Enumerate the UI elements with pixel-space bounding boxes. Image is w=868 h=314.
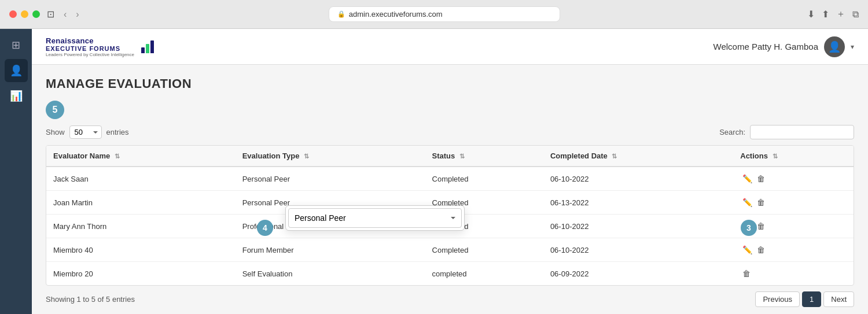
users-icon: 👤 bbox=[10, 64, 23, 77]
cell-evaluation-type: Personal Peer bbox=[236, 167, 425, 191]
sort-icon-actions[interactable]: ⇅ bbox=[773, 153, 778, 160]
cell-completed-date: 06-09-2022 bbox=[543, 262, 733, 286]
cell-actions: ✏️🗑 bbox=[733, 191, 854, 215]
share-button[interactable]: ⬆ bbox=[822, 9, 829, 20]
table-row: Miembro 40Forum MemberCompleted06-10-202… bbox=[46, 238, 854, 262]
page-title: MANAGE EVALUATION bbox=[46, 76, 854, 91]
welcome-text: Welcome Patty H. Gamboa bbox=[713, 42, 818, 51]
address-bar: 🔒 admin.executiveforums.com bbox=[89, 6, 800, 22]
dashboard-icon: ⊞ bbox=[12, 39, 20, 51]
browser-actions: ⬇ ⬆ ＋ ⧉ bbox=[807, 8, 859, 20]
col-status: Status ⇅ bbox=[425, 146, 543, 167]
sort-icon-date[interactable]: ⇅ bbox=[612, 153, 617, 160]
edit-button[interactable]: ✏️ bbox=[740, 173, 755, 184]
pagination-summary: Showing 1 to 5 of 5 entries bbox=[46, 295, 135, 304]
main-area: Renaissance EXECUTIVE FORUMS Leaders Pow… bbox=[32, 29, 868, 314]
pagination-area: Showing 1 to 5 of 5 entries Previous 1 N… bbox=[46, 291, 854, 307]
reports-icon: 📊 bbox=[10, 90, 23, 102]
pagination-buttons: Previous 1 Next bbox=[755, 291, 854, 307]
col-actions: Actions ⇅ bbox=[733, 146, 854, 167]
delete-button[interactable]: 🗑 bbox=[755, 244, 767, 256]
cell-completed-date: 06-13-2022 bbox=[543, 191, 733, 215]
sort-icon-evaluator[interactable]: ⇅ bbox=[115, 153, 120, 160]
table-wrapper: Evaluator Name ⇅ Evaluation Type ⇅ Statu… bbox=[46, 145, 854, 286]
cell-evaluator-name: Mary Ann Thorn bbox=[46, 215, 236, 238]
cell-actions: ✏️🗑 bbox=[733, 238, 854, 262]
lock-icon: 🔒 bbox=[337, 10, 345, 18]
url-text: admin.executiveforums.com bbox=[349, 10, 443, 19]
search-area: Search: bbox=[719, 125, 854, 139]
close-button[interactable] bbox=[9, 10, 17, 18]
col-evaluation-type: Evaluation Type ⇅ bbox=[236, 146, 425, 167]
evaluation-type-dropdown[interactable]: Personal Peer Professional Peer Forum Me… bbox=[288, 208, 462, 228]
logo-text: Renaissance EXECUTIVE FORUMS Leaders Pow… bbox=[46, 36, 134, 57]
edit-button[interactable]: ✏️ bbox=[740, 244, 755, 256]
step-badge-3: 3 bbox=[741, 220, 757, 236]
welcome-area: Welcome Patty H. Gamboa 👤 ▾ bbox=[713, 36, 854, 57]
cell-evaluator-name: Jack Saan bbox=[46, 167, 236, 191]
cell-status: Completed bbox=[425, 167, 543, 191]
cell-actions: 🗑 bbox=[733, 262, 854, 286]
page-1-button[interactable]: 1 bbox=[802, 291, 821, 307]
sidebar-item-users[interactable]: 👤 bbox=[5, 59, 28, 82]
cell-actions: ✏️🗑 bbox=[733, 167, 854, 191]
delete-button[interactable]: 🗑 bbox=[740, 268, 753, 279]
cell-completed-date: 06-10-2022 bbox=[543, 167, 733, 191]
cell-evaluator-name: Miembro 20 bbox=[46, 262, 236, 286]
maximize-button[interactable] bbox=[32, 10, 40, 18]
sidebar: ⊞ 👤 📊 bbox=[0, 29, 32, 314]
sidebar-item-dashboard[interactable]: ⊞ bbox=[5, 34, 28, 57]
table-controls: Show 50 25 10 100 entries Search: bbox=[46, 125, 854, 139]
search-label: Search: bbox=[719, 128, 745, 136]
delete-button[interactable]: 🗑 bbox=[755, 173, 767, 184]
chevron-down-icon[interactable]: ▾ bbox=[851, 43, 854, 51]
content: MANAGE EVALUATION 5 Show 50 25 10 100 en… bbox=[32, 65, 868, 314]
bar3 bbox=[150, 40, 154, 53]
search-input[interactable] bbox=[750, 125, 854, 139]
logo-name: Renaissance bbox=[46, 36, 134, 45]
show-label: Show bbox=[46, 128, 65, 136]
traffic-lights bbox=[9, 10, 40, 18]
edit-button[interactable]: ✏️ bbox=[740, 197, 755, 208]
new-tab-button[interactable]: ＋ bbox=[836, 8, 845, 20]
avatar-icon: 👤 bbox=[828, 40, 841, 53]
cell-completed-date: 06-10-2022 bbox=[543, 238, 733, 262]
forward-button[interactable]: › bbox=[73, 8, 81, 21]
avatar[interactable]: 👤 bbox=[824, 36, 845, 57]
logo-tagline: Leaders Powered by Collective Intelligen… bbox=[46, 52, 134, 57]
show-entries: Show 50 25 10 100 entries bbox=[46, 125, 129, 139]
logo-sub: EXECUTIVE FORUMS bbox=[46, 45, 134, 52]
col-completed-date: Completed Date ⇅ bbox=[543, 146, 733, 167]
bar1 bbox=[141, 47, 145, 53]
sort-icon-eval-type[interactable]: ⇅ bbox=[304, 153, 309, 160]
cell-status: completed bbox=[425, 262, 543, 286]
app: ⊞ 👤 📊 Renaissance EXECUTIVE FORUMS Leade… bbox=[0, 29, 868, 314]
step-badge-4: 4 bbox=[257, 220, 273, 236]
cell-evaluator-name: Miembro 40 bbox=[46, 238, 236, 262]
back-button[interactable]: ‹ bbox=[61, 8, 69, 21]
cell-evaluation-type: Self Evaluation bbox=[236, 262, 425, 286]
sidebar-toggle-button[interactable]: ⊡ bbox=[47, 9, 54, 20]
cell-status: Completed bbox=[425, 238, 543, 262]
browser-chrome: ⊡ ‹ › 🔒 admin.executiveforums.com ⬇ ⬆ ＋ … bbox=[0, 0, 868, 29]
windows-button[interactable]: ⧉ bbox=[852, 9, 859, 20]
logo-icon bbox=[141, 40, 154, 53]
logo-area: Renaissance EXECUTIVE FORUMS Leaders Pow… bbox=[46, 36, 154, 57]
entries-select[interactable]: 50 25 10 100 bbox=[69, 125, 102, 139]
table-row: Miembro 20Self Evaluationcompleted06-09-… bbox=[46, 262, 854, 286]
download-button[interactable]: ⬇ bbox=[807, 9, 815, 20]
next-button[interactable]: Next bbox=[823, 291, 854, 307]
table-row: Jack SaanPersonal PeerCompleted06-10-202… bbox=[46, 167, 854, 191]
nav-buttons: ‹ › bbox=[61, 8, 82, 21]
sort-icon-status[interactable]: ⇅ bbox=[459, 153, 465, 160]
minimize-button[interactable] bbox=[21, 10, 28, 18]
delete-button[interactable]: 🗑 bbox=[755, 197, 767, 208]
entries-label: entries bbox=[106, 128, 129, 136]
col-evaluator-name: Evaluator Name ⇅ bbox=[46, 146, 236, 167]
dropdown-overlay: Personal Peer Professional Peer Forum Me… bbox=[285, 205, 465, 231]
cell-evaluation-type: Forum Member bbox=[236, 238, 425, 262]
sidebar-item-reports[interactable]: 📊 bbox=[5, 84, 28, 108]
previous-button[interactable]: Previous bbox=[755, 291, 800, 307]
cell-evaluator-name: Joan Martin bbox=[46, 191, 236, 215]
address-bar-inner[interactable]: 🔒 admin.executiveforums.com bbox=[329, 6, 560, 22]
